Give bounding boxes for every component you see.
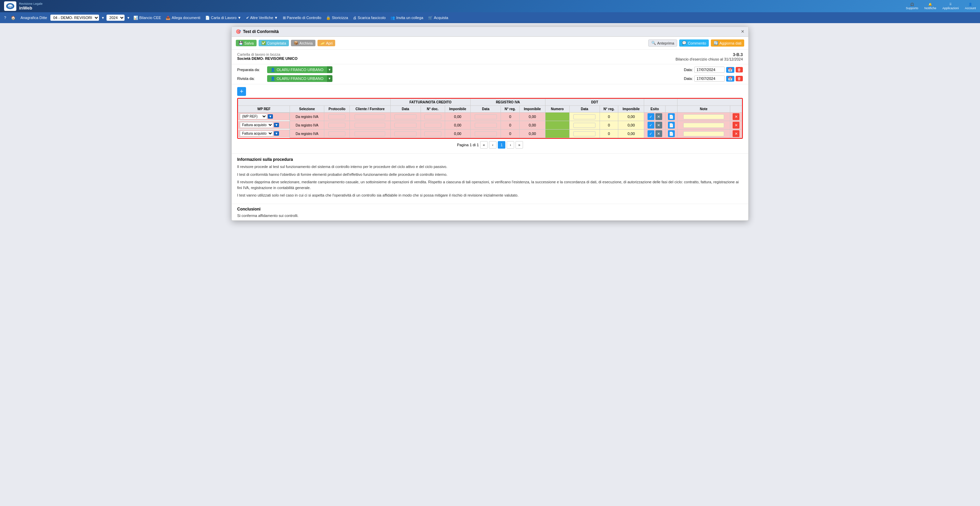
help-button[interactable]: ? <box>3 15 8 21</box>
logo: G2 Revisione Legale inWeb <box>4 2 43 11</box>
grid-icon: ⠿ <box>950 3 952 6</box>
nav-invita[interactable]: 👥 Invita un collega <box>389 15 425 21</box>
nav-pannello[interactable]: ⊞ Pannello di Controllo <box>282 15 323 21</box>
print-icon: 🖨 <box>353 16 356 20</box>
nav-altre[interactable]: ✔ Altre Verifiche ▼ <box>245 15 279 21</box>
nav-bar: ? 🏠 Anagrafica Ditte 04 - DEMO- REVISORI… <box>0 12 980 23</box>
chart-icon: 📊 <box>134 16 138 20</box>
headphones-icon: 🎧 <box>910 3 914 6</box>
notifications-button[interactable]: 🔔 Notifiche <box>924 2 936 10</box>
svg-text:G2: G2 <box>8 5 12 8</box>
nav-scarica[interactable]: 🖨 Scarica fascicolo <box>352 15 387 21</box>
year-select[interactable]: 2024 <box>107 14 124 21</box>
account-label: Account <box>965 6 976 10</box>
nav-anagrafica[interactable]: Anagrafica Ditte <box>19 15 48 21</box>
notifications-label: Notifiche <box>924 6 936 10</box>
apps-label: Applicazioni <box>942 6 959 10</box>
top-bar-right: 🎧 Supporto 🔔 Notifiche ⠿ Applicazioni 👤 … <box>906 2 976 10</box>
file-icon: 📄 <box>205 16 210 20</box>
logo-subtitle: Revisione Legale <box>19 2 43 5</box>
account-icon: 👤 <box>969 3 972 6</box>
nav-bilancio[interactable]: 📊 Bilancio CEE <box>132 15 162 21</box>
nav-acquista[interactable]: 🛒 Acquista <box>427 15 450 21</box>
check-icon: ✔ <box>246 16 249 20</box>
top-bar: G2 Revisione Legale inWeb 🎧 Supporto 🔔 N… <box>0 0 980 12</box>
altre-dropdown-icon: ▼ <box>274 16 278 20</box>
carta-dropdown-icon: ▼ <box>237 16 241 20</box>
people-icon: 👥 <box>390 16 395 20</box>
logo-icon: G2 <box>4 2 16 11</box>
nav-storicizza[interactable]: 🔒 Storicizza <box>325 15 350 21</box>
lock-icon: 🔒 <box>326 16 331 20</box>
grid2-icon: ⊞ <box>283 16 286 20</box>
bell-icon: 🔔 <box>928 3 932 6</box>
upload-icon: 📤 <box>166 16 170 20</box>
support-label: Supporto <box>906 6 918 10</box>
demo-select[interactable]: 04 - DEMO- REVISORI <box>50 14 99 21</box>
nav-allega[interactable]: 📤 Allega documenti <box>164 15 202 21</box>
nav-carta[interactable]: 📄 Carta di Lavoro ▼ <box>204 15 243 21</box>
account-button[interactable]: 👤 Account <box>965 2 976 10</box>
support-button[interactable]: 🎧 Supporto <box>906 2 918 10</box>
apps-button[interactable]: ⠿ Applicazioni <box>942 2 959 10</box>
home-button[interactable]: 🏠 <box>10 15 17 21</box>
cart-icon: 🛒 <box>428 16 433 20</box>
logo-text: inWeb <box>19 5 43 11</box>
